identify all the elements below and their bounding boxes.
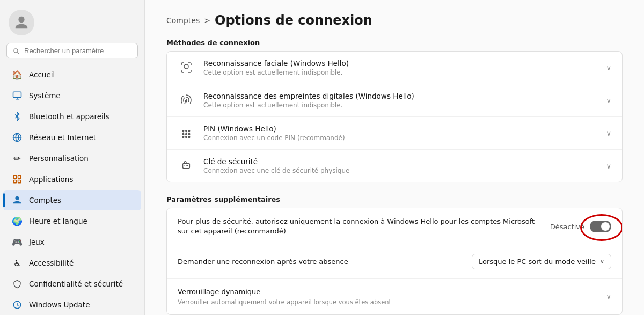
method-security-key[interactable]: Clé de sécurité Connexion avec une clé d… — [167, 150, 622, 182]
chevron-down-icon: ∨ — [606, 64, 611, 72]
method-fingerprint-name: Reconnaissance des empreintes digitales … — [203, 92, 414, 100]
method-pin-left: PIN (Windows Hello) Connexion avec un co… — [178, 124, 345, 142]
sidebar-item-windows-update[interactable]: Windows Update — [3, 295, 141, 315]
svg-point-12 — [186, 133, 187, 135]
applications-icon — [12, 174, 23, 185]
avatar-area — [0, 0, 144, 43]
svg-point-7 — [184, 64, 188, 69]
verrouillage-sublabel: Verrouiller automatiquement votre appare… — [178, 298, 391, 306]
method-pin[interactable]: PIN (Windows Hello) Connexion avec un co… — [167, 117, 622, 150]
sidebar-item-accessibilite[interactable]: ♿ Accessibilité — [3, 253, 141, 273]
sidebar-label-jeux: Jeux — [29, 238, 45, 246]
svg-rect-2 — [13, 175, 16, 178]
svg-point-9 — [186, 130, 187, 132]
sidebar-item-bluetooth[interactable]: Bluetooth et appareils — [3, 106, 141, 127]
method-facial-left: Reconnaissance faciale (Windows Hello) C… — [178, 59, 349, 76]
search-bar[interactable] — [6, 43, 138, 58]
reconnexion-item: Demander une reconnexion après votre abs… — [167, 245, 622, 279]
sidebar-item-reseau[interactable]: Réseau et Internet — [3, 127, 141, 148]
pin-icon — [178, 124, 195, 142]
sidebar-label-reseau: Réseau et Internet — [29, 133, 96, 142]
method-fingerprint-desc: Cette option est actuellement indisponib… — [203, 101, 414, 109]
svg-rect-4 — [13, 180, 16, 183]
sidebar-label-heure: Heure et langue — [29, 217, 87, 225]
sidebar-label-comptes: Comptes — [29, 196, 61, 204]
svg-point-15 — [186, 136, 187, 138]
confidentialite-icon — [12, 279, 23, 289]
reconnexion-dropdown[interactable]: Lorsque le PC sort du mode veille ∨ — [472, 254, 611, 269]
systeme-icon — [12, 90, 23, 101]
reconnexion-label: Demander une reconnexion après votre abs… — [178, 257, 348, 267]
reseau-icon — [12, 132, 23, 143]
sidebar-label-applications: Applications — [29, 175, 73, 184]
sidebar-label-windows-update: Windows Update — [29, 301, 90, 309]
sidebar-label-accessibilite: Accessibilité — [29, 259, 74, 267]
sidebar-item-systeme[interactable]: Système — [3, 85, 141, 106]
svg-point-10 — [188, 130, 190, 132]
sidebar-nav: 🏠 Accueil Système Bluetooth et appareils… — [0, 64, 144, 315]
toggle-label: Désactivé — [550, 223, 584, 231]
search-icon — [12, 47, 20, 55]
svg-point-8 — [182, 130, 184, 132]
sidebar-item-personnalisation[interactable]: ✏️ Personnalisation — [3, 148, 141, 169]
fingerprint-icon — [178, 92, 195, 109]
methods-card: Reconnaissance faciale (Windows Hello) C… — [166, 51, 623, 182]
svg-point-14 — [182, 136, 184, 138]
sidebar-item-heure[interactable]: 🌍 Heure et langue — [3, 211, 141, 231]
avatar — [9, 10, 34, 35]
sidebar-item-jeux[interactable]: 🎮 Jeux — [3, 232, 141, 252]
sidebar-item-confidentialite[interactable]: Confidentialité et sécurité — [3, 274, 141, 294]
supplementary-card: Pour plus de sécurité, autorisez uniquem… — [166, 208, 623, 315]
method-facial[interactable]: Reconnaissance faciale (Windows Hello) C… — [167, 52, 622, 84]
chevron-down-icon: ∨ — [606, 129, 611, 137]
heure-icon: 🌍 — [12, 216, 23, 226]
method-facial-desc: Cette option est actuellement indisponib… — [203, 69, 349, 76]
verrouillage-item[interactable]: Verrouillage dynamique Verrouiller autom… — [167, 279, 622, 314]
main-content: Comptes > Options de connexion Méthodes … — [145, 0, 644, 315]
svg-point-16 — [188, 136, 190, 138]
sidebar-item-applications[interactable]: Applications — [3, 169, 141, 189]
toggle-wrapper — [590, 221, 611, 232]
supplementary-section: Paramètres supplémentaires Pour plus de … — [166, 195, 623, 315]
method-security-key-left: Clé de sécurité Connexion avec une clé d… — [178, 157, 349, 174]
method-facial-name: Reconnaissance faciale (Windows Hello) — [203, 59, 349, 68]
sidebar-label-confidentialite: Confidentialité et sécurité — [29, 280, 123, 288]
windows-hello-only-right: Désactivé — [550, 221, 611, 232]
windows-hello-only-item: Pour plus de sécurité, autorisez uniquem… — [167, 208, 622, 245]
method-fingerprint[interactable]: Reconnaissance des empreintes digitales … — [167, 84, 622, 117]
accueil-icon: 🏠 — [12, 69, 23, 80]
method-fingerprint-text: Reconnaissance des empreintes digitales … — [203, 92, 414, 109]
svg-rect-5 — [18, 180, 21, 183]
accessibilite-icon: ♿ — [12, 258, 23, 268]
personnalisation-icon: ✏️ — [12, 153, 23, 164]
comptes-icon — [12, 195, 23, 206]
breadcrumb: Comptes > Options de connexion — [166, 13, 623, 28]
sidebar-item-accueil[interactable]: 🏠 Accueil — [3, 64, 141, 85]
page-title: Options de connexion — [215, 13, 372, 28]
chevron-down-icon: ∨ — [606, 97, 611, 105]
chevron-down-icon: ∨ — [606, 162, 611, 170]
method-pin-text: PIN (Windows Hello) Connexion avec un co… — [203, 124, 345, 142]
sidebar-item-comptes[interactable]: Comptes — [3, 190, 141, 210]
verrouillage-label: Verrouillage dynamique — [178, 287, 391, 297]
breadcrumb-parent[interactable]: Comptes — [166, 16, 200, 25]
sidebar-label-systeme: Système — [29, 91, 61, 100]
method-security-key-desc: Connexion avec une clé de sécurité physi… — [203, 167, 349, 174]
supplementary-section-title: Paramètres supplémentaires — [166, 195, 623, 203]
svg-rect-3 — [18, 175, 21, 178]
method-pin-name: PIN (Windows Hello) — [203, 124, 345, 133]
facial-icon — [178, 59, 195, 76]
bluetooth-icon — [12, 111, 23, 122]
method-pin-desc: Connexion avec un code PIN (recommandé) — [203, 134, 345, 142]
methods-section-title: Méthodes de connexion — [166, 39, 623, 47]
svg-point-11 — [182, 133, 184, 135]
windows-hello-toggle[interactable] — [590, 221, 611, 232]
search-input[interactable] — [24, 47, 132, 55]
method-fingerprint-left: Reconnaissance des empreintes digitales … — [178, 92, 414, 109]
svg-point-13 — [188, 133, 190, 135]
windows-hello-only-label: Pour plus de sécurité, autorisez uniquem… — [178, 217, 539, 236]
sidebar: 🏠 Accueil Système Bluetooth et appareils… — [0, 0, 145, 315]
verrouillage-right: ∨ — [606, 292, 611, 301]
breadcrumb-chevron: > — [204, 16, 210, 25]
security-key-icon — [178, 157, 195, 174]
